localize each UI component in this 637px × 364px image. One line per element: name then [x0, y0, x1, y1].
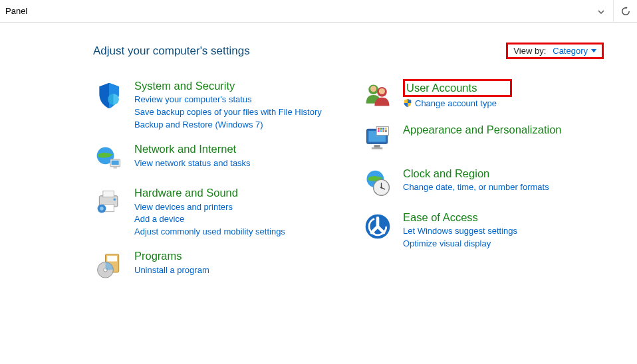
refresh-button[interactable] [613, 0, 637, 23]
category-network-internet: Network and Internet View network status… [93, 142, 335, 174]
disc-box-icon [93, 249, 125, 281]
shield-icon [93, 79, 125, 111]
svg-rect-21 [374, 145, 380, 147]
view-by-container: View by: Category [506, 43, 604, 59]
category-title[interactable]: User Accounts [406, 82, 477, 94]
svg-point-18 [379, 88, 385, 94]
category-text: Clock and Region Change date, time, or n… [403, 167, 549, 193]
view-by-label: View by: [513, 46, 546, 56]
category-text: Programs Uninstall a program [134, 249, 209, 276]
page-heading: Adjust your computer's settings [93, 45, 250, 58]
header-row: Adjust your computer's settings View by:… [93, 43, 604, 59]
category-text: User Accounts Change account type [403, 79, 512, 110]
category-link[interactable]: Let Windows suggest settings [403, 225, 517, 237]
category-text: Network and Internet View network status… [134, 142, 251, 169]
svg-point-8 [113, 199, 116, 201]
category-appearance-personalization: Appearance and Personalization [362, 123, 604, 155]
monitor-colors-icon [362, 123, 394, 155]
category-title[interactable]: Ease of Access [403, 211, 517, 225]
refresh-icon [621, 7, 630, 16]
category-title[interactable]: Hardware and Sound [134, 186, 285, 200]
svg-rect-29 [380, 130, 382, 132]
category-link[interactable]: Backup and Restore (Windows 7) [134, 119, 322, 131]
svg-rect-28 [378, 130, 380, 132]
svg-point-17 [370, 86, 376, 92]
right-column: User Accounts Change account type [362, 79, 604, 293]
svg-rect-22 [372, 147, 383, 149]
svg-rect-25 [380, 128, 382, 130]
highlight-annotation: User Accounts [403, 79, 512, 97]
chevron-down-icon [598, 8, 604, 15]
svg-rect-12 [107, 256, 117, 261]
ease-of-access-icon [362, 211, 394, 242]
users-icon [362, 79, 394, 111]
dropdown-button[interactable] [589, 0, 613, 23]
clock-globe-icon [362, 167, 394, 199]
svg-rect-27 [385, 128, 387, 130]
category-link[interactable]: Uninstall a program [134, 264, 209, 276]
category-link[interactable]: Save backup copies of your files with Fi… [134, 106, 322, 118]
svg-rect-30 [382, 130, 384, 132]
content-area: Adjust your computer's settings View by:… [0, 23, 637, 306]
category-link[interactable]: Change account type [415, 98, 497, 110]
categories-columns: System and Security Review your computer… [93, 79, 604, 293]
category-text: Appearance and Personalization [403, 123, 562, 137]
category-link[interactable]: View devices and printers [134, 201, 285, 213]
address-bar: Panel [0, 0, 637, 23]
svg-rect-26 [382, 128, 384, 130]
category-link[interactable]: View network status and tasks [134, 157, 251, 169]
category-user-accounts: User Accounts Change account type [362, 79, 604, 111]
breadcrumb-title[interactable]: Panel [5, 6, 27, 16]
category-text: Ease of Access Let Windows suggest setti… [403, 211, 517, 250]
category-link[interactable]: Add a device [134, 213, 285, 225]
view-by-value-text: Category [553, 46, 588, 56]
svg-rect-4 [113, 167, 117, 169]
category-link[interactable]: Optimize visual display [403, 238, 517, 250]
topbar-right-controls [589, 0, 637, 23]
category-text: Hardware and Sound View devices and prin… [134, 186, 285, 237]
view-by-dropdown[interactable]: Category [553, 46, 596, 56]
left-column: System and Security Review your computer… [93, 79, 335, 293]
globe-network-icon [93, 142, 125, 174]
category-clock-region: Clock and Region Change date, time, or n… [362, 167, 604, 199]
category-link[interactable]: Adjust commonly used mobility settings [134, 226, 285, 238]
svg-point-10 [100, 207, 104, 211]
chevron-down-icon [591, 49, 596, 52]
category-text: System and Security Review your computer… [134, 79, 322, 130]
svg-rect-6 [103, 191, 114, 197]
svg-rect-24 [378, 128, 380, 130]
category-link[interactable]: Review your computer's status [134, 94, 322, 106]
category-system-security: System and Security Review your computer… [93, 79, 335, 130]
category-title[interactable]: Network and Internet [134, 142, 251, 156]
category-title[interactable]: System and Security [134, 79, 322, 93]
category-link[interactable]: Change date, time, or number formats [403, 181, 549, 193]
printer-icon [93, 186, 125, 218]
uac-shield-icon [403, 98, 412, 110]
svg-rect-3 [112, 161, 119, 165]
category-programs: Programs Uninstall a program [93, 249, 335, 281]
category-ease-of-access: Ease of Access Let Windows suggest setti… [362, 211, 604, 250]
category-title[interactable]: Clock and Region [403, 167, 549, 181]
svg-rect-31 [385, 130, 387, 132]
category-title[interactable]: Programs [134, 249, 209, 263]
category-title[interactable]: Appearance and Personalization [403, 123, 562, 137]
category-hardware-sound: Hardware and Sound View devices and prin… [93, 186, 335, 237]
